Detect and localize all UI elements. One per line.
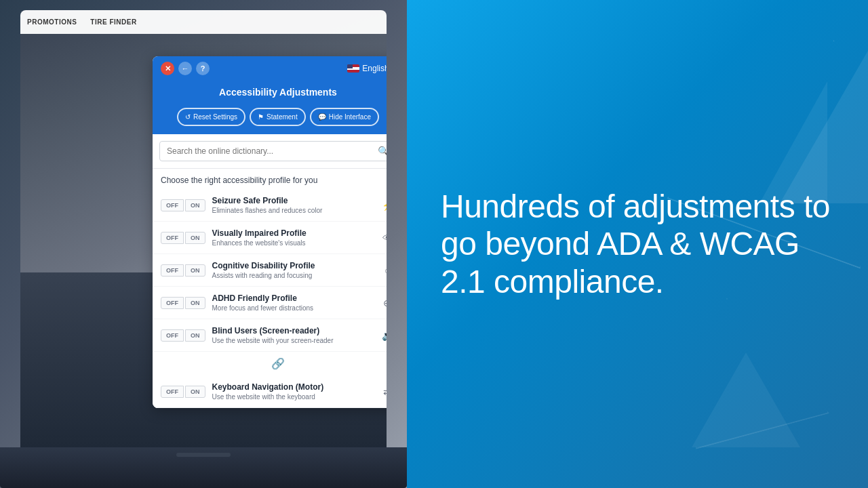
toggle-off-cognitive[interactable]: OFF — [161, 264, 184, 277]
accessibility-panel: ✕ ← ? English ˅ Accessibility Adjustment… — [153, 56, 387, 408]
toggle-off-keyboard[interactable]: OFF — [161, 386, 184, 398]
toggle-group-keyboard: OFF ON — [161, 386, 205, 398]
nav-item-promotions[interactable]: PROMOTIONS — [27, 18, 77, 26]
profile-item-seizure: OFF ON Seizure Safe Profile Eliminates f… — [153, 189, 387, 222]
search-bar: 🔍 — [153, 134, 387, 169]
hide-label: Hide Interface — [329, 113, 371, 121]
statement-icon: ⚑ — [258, 113, 264, 121]
search-input[interactable] — [167, 146, 372, 156]
profile-item-keyboard: OFF ON Keyboard Navigation (Motor) Use t… — [153, 375, 387, 408]
adhd-icon: ⊕ — [379, 295, 387, 311]
reset-icon: ↺ — [185, 113, 191, 121]
reset-label: Reset Settings — [193, 113, 237, 121]
help-button[interactable]: ? — [196, 62, 210, 75]
profile-item-blind: OFF ON Blind Users (Screen-reader) Use t… — [153, 319, 387, 352]
toggle-on-adhd[interactable]: ON — [185, 297, 205, 309]
toggle-on-blind[interactable]: ON — [185, 329, 205, 342]
profile-item-adhd: OFF ON ADHD Friendly Profile More focus … — [153, 287, 387, 319]
laptop-screen: PROMOTIONS TIRE FINDER ✕ ← ? English ˅ A — [20, 10, 387, 447]
laptop-base — [0, 447, 407, 488]
language-selector[interactable]: English ˅ — [347, 64, 387, 73]
close-button[interactable]: ✕ — [161, 62, 174, 75]
toggle-off-blind[interactable]: OFF — [161, 329, 184, 342]
toggle-on-cognitive[interactable]: ON — [185, 264, 205, 277]
triangle-decoration-1 — [780, 27, 868, 203]
profile-name-seizure: Seizure Safe Profile — [212, 196, 373, 205]
panel-body: 🔍 Choose the right accessibility profile… — [153, 134, 387, 408]
toggle-on-keyboard[interactable]: ON — [185, 386, 205, 398]
flag-icon — [347, 64, 359, 73]
profile-info-keyboard: Keyboard Navigation (Motor) Use the webs… — [212, 382, 373, 401]
laptop-nav: PROMOTIONS TIRE FINDER — [20, 10, 387, 34]
profile-desc-blind: Use the website with your screen-reader — [212, 337, 373, 344]
hero-heading: Hundreds of adjustments to go beyond ADA… — [441, 188, 834, 300]
profile-desc-keyboard: Use the website with the keyboard — [212, 393, 373, 401]
visually-impaired-icon: 👁 — [379, 230, 387, 246]
triangle-decoration-2 — [760, 81, 827, 203]
profile-item-visually-impaired: OFF ON Visually Impaired Profile Enhance… — [153, 222, 387, 254]
panel-title-bar: Accessibility Adjustments — [153, 81, 387, 108]
hide-icon: 💬 — [318, 113, 326, 121]
profile-info-visually: Visually Impaired Profile Enhances the w… — [212, 228, 373, 247]
nav-item-tire-finder[interactable]: TIRE FINDER — [90, 18, 136, 26]
panel-actions: ↺ Reset Settings ⚑ Statement 💬 Hide Inte… — [153, 108, 387, 134]
toggle-off-seizure[interactable]: OFF — [161, 199, 184, 211]
profile-name-cognitive: Cognitive Disability Profile — [212, 261, 373, 270]
left-panel: PROMOTIONS TIRE FINDER ✕ ← ? English ˅ A — [0, 0, 407, 488]
back-button[interactable]: ← — [178, 62, 192, 75]
cognitive-icon: ○ — [379, 262, 387, 279]
panel-title: Accessibility Adjustments — [219, 87, 337, 98]
seizure-icon: ⚡ — [379, 197, 387, 214]
toggle-off-adhd[interactable]: OFF — [161, 297, 184, 309]
blind-icon: 🔊 — [379, 327, 387, 344]
keyboard-icon: ⇄ — [379, 384, 387, 400]
statement-button[interactable]: ⚑ Statement — [250, 108, 306, 126]
profile-info-adhd: ADHD Friendly Profile More focus and few… — [212, 293, 373, 312]
profile-desc-seizure: Eliminates flashes and reduces color — [212, 207, 373, 214]
profile-section-title: Choose the right accessibility profile f… — [153, 169, 387, 189]
profile-list: OFF ON Seizure Safe Profile Eliminates f… — [153, 189, 387, 408]
toggle-group-visually: OFF ON — [161, 232, 205, 244]
profile-name-blind: Blind Users (Screen-reader) — [212, 326, 373, 336]
toggle-on-seizure[interactable]: ON — [185, 199, 205, 211]
profile-desc-adhd: More focus and fewer distractions — [212, 304, 373, 312]
profile-name-keyboard: Keyboard Navigation (Motor) — [212, 382, 373, 392]
hide-interface-button[interactable]: 💬 Hide Interface — [310, 108, 379, 126]
toggle-on-visually[interactable]: ON — [185, 232, 205, 244]
right-panel: Hundreds of adjustments to go beyond ADA… — [407, 0, 868, 488]
panel-controls: ✕ ← ? — [161, 62, 210, 75]
reset-settings-button[interactable]: ↺ Reset Settings — [177, 108, 245, 126]
link-icon[interactable]: 🔗 — [271, 357, 285, 370]
profile-info-blind: Blind Users (Screen-reader) Use the webs… — [212, 326, 373, 344]
toggle-group-adhd: OFF ON — [161, 297, 205, 309]
panel-header: ✕ ← ? English ˅ — [153, 56, 387, 81]
link-row: 🔗 — [153, 352, 387, 375]
profile-name-visually: Visually Impaired Profile — [212, 228, 373, 238]
toggle-off-visually[interactable]: OFF — [161, 232, 184, 244]
toggle-group-cognitive: OFF ON — [161, 264, 205, 277]
search-input-wrapper: 🔍 — [159, 141, 387, 161]
statement-label: Statement — [267, 113, 298, 121]
toggle-group-blind: OFF ON — [161, 329, 205, 342]
profile-desc-visually: Enhances the website's visuals — [212, 239, 373, 247]
toggle-group-seizure: OFF ON — [161, 199, 205, 211]
language-label: English ˅ — [362, 64, 387, 73]
triangle-decoration-3 — [692, 352, 800, 447]
profile-name-adhd: ADHD Friendly Profile — [212, 293, 373, 303]
profile-info-seizure: Seizure Safe Profile Eliminates flashes … — [212, 196, 373, 214]
search-icon[interactable]: 🔍 — [378, 146, 387, 157]
profile-item-cognitive: OFF ON Cognitive Disability Profile Assi… — [153, 254, 387, 287]
profile-desc-cognitive: Assists with reading and focusing — [212, 272, 373, 279]
profile-info-cognitive: Cognitive Disability Profile Assists wit… — [212, 261, 373, 279]
